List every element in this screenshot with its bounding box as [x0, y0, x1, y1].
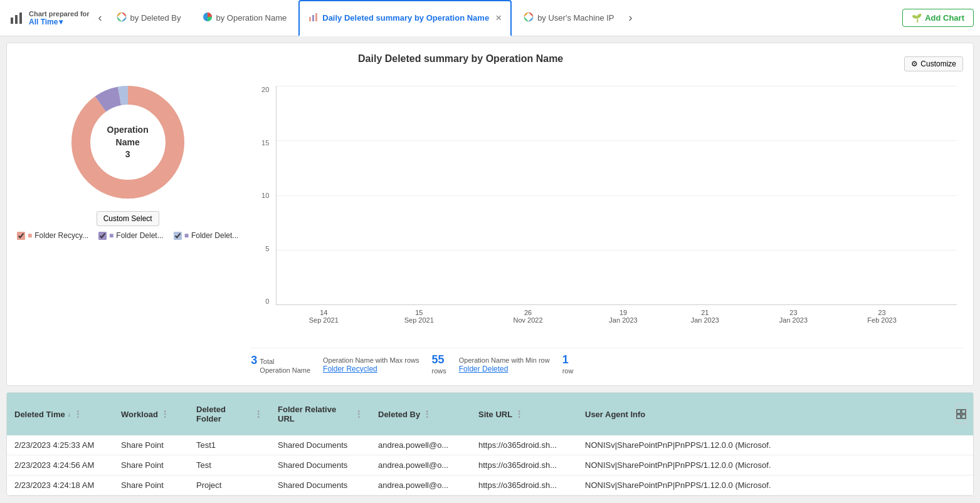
tab-operation-icon: [203, 12, 213, 24]
cell-time-1: 2/23/2023 4:25:33 AM: [7, 435, 113, 455]
y-label-0: 0: [265, 298, 269, 305]
col-header-deleted-folder: Deleted Folder ⋮: [189, 399, 270, 429]
main-chart-section: Daily Deleted summary by Operation Name …: [6, 43, 974, 386]
col-sep-site-url[interactable]: ⋮: [515, 409, 524, 419]
table-row: 2/23/2023 4:24:56 AM Share Point Test Sh…: [7, 455, 973, 475]
svg-rect-7: [315, 13, 317, 21]
legend-label-1: Folder Recycy...: [34, 231, 88, 240]
x-label-3: 26Nov 2022: [509, 305, 547, 324]
customize-gear-icon: ⚙: [911, 60, 918, 68]
sort-icon-time[interactable]: ↓: [68, 411, 71, 418]
col-header-deleted-time: Deleted Time ↓ ⋮: [7, 399, 113, 429]
tab-daily-label: Daily Deleted summary by Operation Name: [322, 13, 489, 23]
svg-rect-14: [962, 410, 966, 413]
custom-select-button[interactable]: Custom Select: [97, 211, 159, 226]
time-selector[interactable]: Chart prepared for All Time ▾: [29, 10, 90, 26]
customize-label: Customize: [920, 60, 956, 68]
x-label-7: 23Feb 2023: [863, 305, 901, 324]
tab-operation-name[interactable]: by Operation Name: [193, 0, 297, 36]
tab-deleted-by-icon: [117, 12, 127, 24]
legend-color-3: ■: [184, 231, 189, 240]
table-settings-icon[interactable]: [956, 404, 967, 424]
cell-time-2: 2/23/2023 4:24:56 AM: [7, 455, 113, 475]
col-sep-time[interactable]: ⋮: [73, 409, 82, 419]
cell-site-1: https://o365droid.sh...: [471, 435, 577, 455]
cell-folder-2: Test: [189, 455, 270, 475]
nav-prev-button[interactable]: ‹: [96, 11, 105, 24]
col-header-deleted-by: Deleted By ⋮: [371, 399, 471, 429]
table-header-row: Deleted Time ↓ ⋮ Workload ⋮ Deleted Fold…: [7, 393, 973, 435]
cell-agent-1: NONISv|SharePointPnP|PnPPS/1.12.0.0 (Mic…: [577, 435, 973, 455]
tab-machine-label: by User's Machine IP: [537, 13, 614, 23]
col-sep-deleted-folder[interactable]: ⋮: [254, 409, 263, 419]
time-value[interactable]: All Time ▾: [29, 18, 63, 26]
svg-rect-0: [11, 18, 13, 24]
legend-color-2: ■: [109, 231, 113, 240]
cell-relative-1: Shared Documents: [270, 435, 371, 455]
legend-label-2: Folder Delet...: [116, 231, 163, 240]
y-label-5: 5: [265, 245, 269, 252]
add-chart-icon: 🌱: [912, 13, 922, 23]
legend-item-2: ■ Folder Delet...: [98, 231, 164, 240]
chart-prepared-label: Chart prepared for: [29, 10, 90, 18]
cell-site-3: https://o365droid.sh...: [471, 475, 577, 495]
summary-max-rows: 55 rows: [432, 353, 446, 375]
legend-checkbox-3[interactable]: [174, 232, 182, 240]
tab-daily-deleted[interactable]: Daily Deleted summary by Operation Name …: [298, 0, 512, 36]
col-header-relative-url: Folder Relative URL ⋮: [270, 399, 371, 429]
add-chart-button[interactable]: 🌱 Add Chart: [902, 9, 974, 27]
x-label-2: 15Sep 2021: [400, 305, 438, 324]
max-rows-label: rows: [432, 366, 446, 375]
cell-site-2: https://o365droid.sh...: [471, 455, 577, 475]
legend: ■ Folder Recycy... ■ Folder Delet... ■ F…: [17, 231, 238, 240]
tab-machine-ip[interactable]: by User's Machine IP: [514, 0, 623, 36]
col-header-site-url: Site URL ⋮: [471, 399, 577, 429]
max-rows-count: 55: [432, 353, 445, 366]
summary-max-section: Operation Name with Max rows Folder Recy…: [323, 356, 419, 373]
tab-operation-label: by Operation Name: [216, 13, 287, 23]
col-sep-relative-url[interactable]: ⋮: [354, 409, 363, 419]
nav-next-button[interactable]: ›: [626, 11, 635, 24]
svg-rect-2: [19, 13, 22, 24]
customize-button[interactable]: ⚙ Customize: [904, 56, 963, 71]
min-rows-label: row: [562, 366, 574, 375]
svg-rect-15: [957, 415, 961, 418]
cell-agent-3: NONISv|SharePointPnP|PnPPS/1.12.0.0 (Mic…: [577, 475, 973, 495]
col-sep-deleted-by[interactable]: ⋮: [423, 409, 431, 419]
y-label-10: 10: [261, 192, 269, 199]
x-label-5: 21Jan 2023: [686, 305, 724, 324]
min-rows-count: 1: [562, 353, 569, 366]
y-label-15: 15: [261, 139, 269, 147]
col-header-actions: [948, 399, 973, 429]
legend-checkbox-1[interactable]: [17, 232, 25, 240]
y-label-20: 20: [261, 86, 269, 93]
donut-section: Operation Name 3 Custom Select ■ Folder …: [17, 80, 238, 375]
cell-relative-3: Shared Documents: [270, 475, 371, 495]
tab-machine-icon: [524, 12, 534, 24]
cell-workload-1: Share Point: [113, 435, 189, 455]
table-row: 2/23/2023 4:24:18 AM Share Point Project…: [7, 475, 973, 495]
bars-area: [276, 86, 957, 305]
add-chart-label: Add Chart: [925, 13, 964, 23]
data-table: Deleted Time ↓ ⋮ Workload ⋮ Deleted Fold…: [6, 392, 974, 496]
tab-deleted-by[interactable]: by Deleted By: [107, 0, 191, 36]
chart-title: Daily Deleted summary by Operation Name: [358, 53, 563, 65]
max-name-link[interactable]: Folder Recycled: [323, 365, 377, 373]
x-labels: 14Sep 2021 15Sep 2021 26Nov 2022 19Jan 2…: [276, 305, 957, 343]
svg-rect-5: [309, 17, 311, 21]
cell-workload-3: Share Point: [113, 475, 189, 495]
svg-rect-13: [957, 410, 961, 413]
table-row: 2/23/2023 4:25:33 AM Share Point Test1 S…: [7, 435, 973, 455]
legend-checkbox-2[interactable]: [98, 232, 107, 240]
total-count: 3: [251, 354, 257, 367]
cell-folder-3: Project: [189, 475, 270, 495]
min-label: Operation Name with Min row: [459, 356, 550, 365]
legend-item-3: ■ Folder Delet...: [174, 231, 239, 240]
col-sep-workload[interactable]: ⋮: [161, 409, 169, 419]
legend-color-1: ■: [28, 231, 32, 240]
donut-label: Operation Name 3: [97, 124, 159, 161]
min-name-link[interactable]: Folder Deleted: [459, 365, 508, 373]
summary-min-rows: 1 row: [562, 353, 574, 375]
tab-close-button[interactable]: ✕: [495, 14, 502, 23]
cell-deleted-by-1: andrea.powell@o...: [371, 435, 471, 455]
